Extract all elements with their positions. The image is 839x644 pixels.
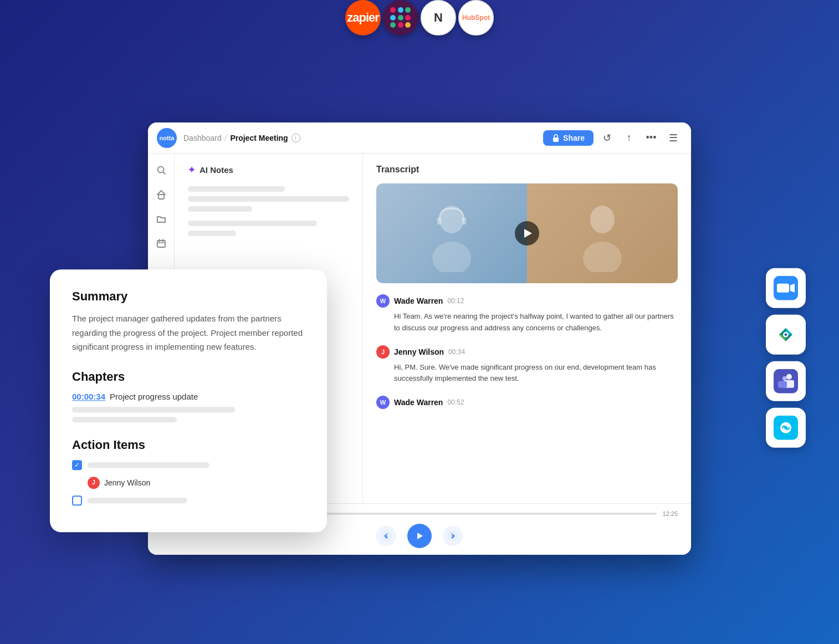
integrations-right — [766, 268, 806, 448]
play-icon — [415, 531, 424, 541]
svg-rect-23 — [437, 218, 441, 224]
zoom-icon — [766, 268, 806, 308]
chapter-row-1: 00:00:34 Project progress update — [72, 392, 305, 401]
summary-title: Summary — [72, 289, 305, 304]
transcript-speaker-1: W Wade Warren 00:12 — [376, 294, 678, 308]
integrations-top: zapier N HubSpot — [345, 0, 494, 35]
skeleton-line-2 — [188, 196, 349, 202]
sidebar-item-search[interactable] — [151, 160, 171, 180]
skip-forward-button[interactable]: 5 — [443, 526, 463, 546]
skeleton-line-4 — [188, 221, 317, 226]
skip-back-icon: 5 — [380, 530, 392, 542]
speaker-name-1: Wade Warren — [394, 297, 443, 305]
video-right — [527, 183, 678, 283]
speaker-name-3: Wade Warren — [394, 398, 443, 407]
chapter-timestamp[interactable]: 00:00:34 — [72, 392, 105, 401]
ai-notes-header: ✦ AI Notes — [188, 165, 349, 175]
zapier-icon: zapier — [345, 0, 381, 35]
svg-point-6 — [786, 374, 792, 380]
breadcrumb-separator: / — [225, 134, 227, 142]
hubspot-icon: HubSpot — [458, 0, 494, 35]
svg-line-15 — [163, 172, 165, 175]
chapters-title: Chapters — [72, 370, 305, 384]
action-item-2-text — [88, 498, 187, 503]
breadcrumb-parent: Dashboard — [183, 134, 222, 142]
svg-point-14 — [157, 167, 163, 173]
checkbox-unchecked-1[interactable] — [72, 495, 82, 505]
video-left — [376, 183, 527, 283]
action-item-1-text — [88, 462, 209, 468]
sidebar-item-home[interactable] — [151, 185, 171, 205]
assignee-name-1: Jenny Wilson — [104, 478, 150, 487]
skeleton-line-3 — [188, 206, 252, 212]
svg-point-22 — [432, 242, 471, 272]
slack-icon — [383, 0, 418, 35]
chapter-skeleton-1 — [72, 407, 235, 412]
breadcrumb: Dashboard / Project Meeting i — [183, 134, 536, 142]
export-button[interactable]: ↑ — [620, 129, 638, 147]
transcript-text-1: Hi Team. As we're nearing the project's … — [376, 311, 678, 334]
transcript-text-2: Hi, PM. Sure. We've made significant pro… — [376, 362, 678, 385]
transcript-header: Transcript — [376, 165, 678, 175]
svg-point-12 — [784, 426, 787, 430]
transcript-entry-1: W Wade Warren 00:12 Hi Team. As we're ne… — [376, 294, 678, 334]
avatar-jenny-1: J — [376, 345, 390, 359]
skeleton-line-1 — [188, 186, 285, 192]
action-item-1: ✓ — [72, 460, 305, 470]
speaker-name-2: Jenny Wilson — [394, 347, 444, 356]
speaker-time-1: 00:12 — [447, 297, 464, 305]
webex-icon — [766, 408, 806, 448]
chapter-title: Project progress update — [110, 392, 198, 401]
avatar-wade-2: W — [376, 396, 390, 409]
speaker-time-2: 00:34 — [448, 348, 465, 356]
action-items-section: Action Items ✓ J Jenny Wilson — [72, 438, 305, 505]
svg-marker-29 — [417, 533, 423, 539]
transcript-speaker-3: W Wade Warren 00:52 — [376, 396, 678, 409]
person-right-silhouette — [575, 195, 630, 272]
info-icon[interactable]: i — [291, 134, 300, 142]
summary-text: The project manager gathered updates fro… — [72, 311, 305, 354]
svg-rect-16 — [158, 195, 164, 199]
share-button[interactable]: Share — [543, 130, 594, 146]
ai-notes-label: AI Notes — [199, 165, 233, 175]
transcript-speaker-2: J Jenny Wilson 00:34 — [376, 345, 678, 359]
breadcrumb-current: Project Meeting — [230, 134, 288, 142]
right-panel: Transcript — [363, 154, 691, 503]
svg-rect-17 — [157, 241, 165, 247]
svg-rect-13 — [553, 137, 559, 142]
refresh-button[interactable]: ↺ — [598, 129, 616, 147]
overlay-card: Summary The project manager gathered upd… — [50, 269, 327, 532]
skip-forward-icon: 5 — [447, 530, 459, 542]
transcript-entry-2: J Jenny Wilson 00:34 Hi, PM. Sure. We've… — [376, 345, 678, 385]
notes-button[interactable]: ☰ — [664, 129, 682, 147]
video-container — [376, 183, 678, 283]
lock-icon — [552, 134, 560, 142]
svg-rect-24 — [462, 218, 466, 224]
more-button[interactable]: ••• — [642, 129, 660, 147]
chapter-skeleton-2 — [72, 417, 177, 422]
svg-rect-1 — [777, 284, 789, 293]
action-items-title: Action Items — [72, 438, 305, 452]
avatar-wade-1: W — [376, 294, 390, 308]
ai-sparkle-icon: ✦ — [188, 165, 195, 175]
sidebar-item-folder[interactable] — [151, 209, 171, 229]
assignee-row-1: J Jenny Wilson — [72, 477, 305, 489]
skeleton-line-5 — [188, 231, 236, 236]
transcript-entry-3: W Wade Warren 00:52 — [376, 396, 678, 409]
notion-icon: N — [421, 0, 456, 35]
svg-point-8 — [782, 376, 787, 381]
app-header: notta Dashboard / Project Meeting i Shar… — [148, 122, 691, 154]
header-actions: Share ↺ ↑ ••• ☰ — [543, 129, 682, 147]
play-pause-button[interactable] — [407, 524, 432, 548]
assignee-avatar-1: J — [88, 477, 100, 489]
person-left-silhouette — [424, 195, 479, 272]
skip-back-button[interactable]: 5 — [376, 526, 396, 546]
video-play-button[interactable] — [515, 221, 539, 246]
chapters-section: Chapters 00:00:34 Project progress updat… — [72, 370, 305, 422]
notta-logo: notta — [157, 128, 177, 148]
svg-point-25 — [590, 206, 615, 233]
sidebar-item-calendar[interactable] — [151, 233, 171, 253]
speaker-time-3: 00:52 — [447, 398, 464, 406]
checkbox-checked-1[interactable]: ✓ — [72, 460, 82, 470]
svg-point-26 — [583, 242, 622, 272]
